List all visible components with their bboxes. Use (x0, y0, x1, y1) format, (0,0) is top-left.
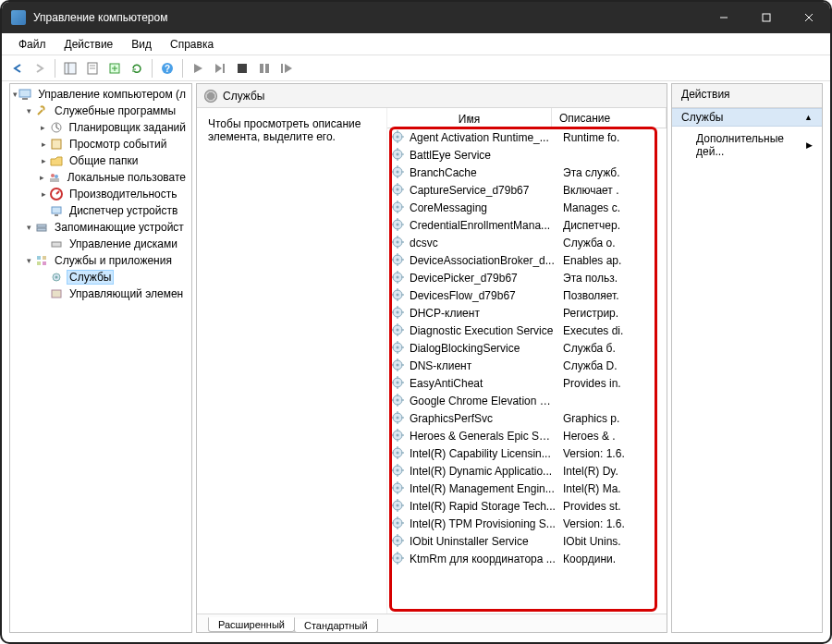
tree-scheduler[interactable]: ▸Планировщик заданий (10, 119, 191, 136)
service-row[interactable]: Intel(R) Management Engin...Intel(R) Ma. (387, 480, 667, 497)
svg-point-158 (397, 486, 399, 489)
actions-more[interactable]: Дополнительные дей... ▶ (672, 127, 822, 164)
column-description[interactable]: Описание (552, 108, 667, 128)
device-icon (49, 203, 64, 218)
service-row[interactable]: DHCP-клиентРегистрир. (387, 304, 667, 322)
expand-icon[interactable]: ▸ (38, 173, 47, 182)
show-hide-tree-button[interactable] (60, 58, 80, 79)
tabs: Расширенный Стандартный (197, 614, 667, 632)
menu-action[interactable]: Действие (55, 38, 123, 51)
collapse-icon[interactable]: ▾ (23, 106, 34, 115)
service-row[interactable]: CoreMessagingManages c. (387, 199, 667, 216)
service-row[interactable]: Google Chrome Elevation S... (387, 392, 667, 409)
tab-standard[interactable]: Стандартный (294, 619, 378, 633)
actions-group[interactable]: Службы ▲ (672, 108, 822, 127)
service-name: GraphicsPerfSvc (410, 412, 556, 425)
service-row[interactable]: Agent Activation Runtime_...Runtime fo. (387, 128, 667, 146)
expand-icon[interactable]: ▸ (38, 123, 49, 132)
service-row[interactable]: DNS-клиентСлужба D. (387, 357, 667, 374)
help-button[interactable]: ? (157, 58, 177, 79)
tree-svcapps[interactable]: ▾Службы и приложения (10, 252, 191, 269)
tree-performance[interactable]: ▸Производительность (10, 186, 191, 202)
expand-icon[interactable]: ▸ (38, 189, 49, 199)
tree-eventviewer[interactable]: ▸Просмотр событий (10, 136, 191, 152)
svg-point-38 (397, 135, 399, 138)
service-row[interactable]: IObit Uninstaller ServiceIObit Unins. (387, 532, 667, 550)
collapse-icon[interactable]: ▾ (23, 223, 34, 232)
tree-localusers[interactable]: ▸Локальные пользовате (10, 169, 191, 186)
service-row[interactable]: Heroes & Generals Epic Ser...Heroes & . (387, 427, 667, 444)
collapse-icon[interactable]: ▾ (23, 256, 34, 265)
expand-icon[interactable]: ▸ (38, 156, 49, 165)
storage-icon (34, 220, 49, 235)
tree-storage[interactable]: ▾Запоминающие устройст (10, 219, 191, 236)
service-row[interactable]: DevicesFlow_d79b67Позволяет. (387, 286, 667, 304)
close-button[interactable] (788, 2, 830, 33)
tree-utilities[interactable]: ▾ Служебные программы (10, 103, 191, 119)
service-row[interactable]: BranchCacheЭта служб. (387, 164, 667, 181)
tree-label: Службы и приложения (53, 254, 174, 267)
tab-extended[interactable]: Расширенный (208, 617, 295, 632)
service-desc: Runtime fo. (556, 131, 667, 144)
service-row[interactable]: Intel(R) Rapid Storage Tech...Provides s… (387, 497, 667, 515)
tree-root[interactable]: ▾ Управление компьютером (л (10, 86, 191, 103)
play-icon (192, 63, 203, 74)
description-column: Чтобы просмотреть описание элемента, выд… (197, 108, 387, 614)
minimize-button[interactable] (703, 2, 745, 33)
service-row[interactable]: KtmRm для координатора ...Координи. (387, 550, 667, 567)
tree-shared[interactable]: ▸Общие папки (10, 152, 191, 169)
arrow-right-icon (33, 62, 46, 75)
step-button[interactable] (210, 58, 230, 79)
export-button[interactable] (104, 58, 125, 79)
properties-button[interactable] (82, 58, 103, 79)
menu-file[interactable]: Файл (9, 38, 55, 51)
stop-button[interactable] (232, 58, 252, 79)
service-row[interactable]: CaptureService_d79b67Включает . (387, 181, 667, 199)
tree-panel[interactable]: ▾ Управление компьютером (л ▾ Служебные … (9, 83, 192, 633)
tree-diskmgmt[interactable]: Управление дисками (10, 236, 191, 252)
service-row[interactable]: Intel(R) TPM Provisioning S...Version: 1… (387, 515, 667, 532)
service-row[interactable]: Intel(R) Dynamic Applicatio...Intel(R) D… (387, 462, 667, 480)
tree-services[interactable]: Службы (10, 269, 191, 286)
gear-icon (391, 464, 406, 479)
gear-icon (391, 358, 406, 373)
tree-devmgr[interactable]: Диспетчер устройств (10, 202, 191, 219)
service-row[interactable]: BattlEye Service (387, 146, 667, 164)
service-row[interactable]: dcsvcСлужба о. (387, 234, 667, 251)
refresh-button[interactable] (127, 58, 147, 79)
pause-button[interactable] (254, 58, 275, 79)
list-rows: Agent Activation Runtime_...Runtime fo.B… (387, 128, 667, 614)
service-row[interactable]: Intel(R) Capability Licensin...Version: … (387, 444, 667, 462)
tree-root-label: Управление компьютером (л (36, 88, 188, 101)
back-button[interactable] (7, 58, 28, 79)
expand-icon[interactable]: ▸ (38, 140, 49, 149)
service-row[interactable]: DeviceAssociationBroker_d...Enables ap. (387, 251, 667, 269)
svg-point-170 (397, 521, 399, 524)
center-header: Службы (197, 84, 667, 108)
service-row[interactable]: DevicePicker_d79b67Эта польз. (387, 269, 667, 286)
maximize-button[interactable] (745, 2, 788, 33)
service-row[interactable]: EasyAntiCheatProvides in. (387, 374, 667, 392)
service-row[interactable]: GraphicsPerfSvcGraphics p. (387, 409, 667, 427)
service-row[interactable]: Diagnostic Execution ServiceExecutes di. (387, 322, 667, 339)
perf-icon (49, 187, 64, 201)
menubar: Файл Действие Вид Справка (2, 33, 830, 55)
tree-label: Планировщик заданий (67, 121, 188, 134)
service-row[interactable]: CredentialEnrollmentMana...Диспетчер. (387, 216, 667, 234)
help-icon: ? (161, 62, 174, 75)
menu-help[interactable]: Справка (161, 38, 223, 51)
forward-button[interactable] (30, 58, 50, 79)
service-desc: Version: 1.6. (556, 517, 667, 530)
start-button[interactable] (188, 58, 208, 79)
restart-button[interactable] (276, 58, 297, 79)
svg-rect-36 (52, 290, 61, 298)
menu-view[interactable]: Вид (122, 38, 161, 51)
tree-wmi[interactable]: Управляющий элемен (10, 286, 191, 302)
column-name[interactable]: ∧Имя (387, 108, 552, 128)
service-list[interactable]: ∧Имя Описание Agent Activation Runtime_.… (387, 108, 667, 614)
svg-point-92 (397, 293, 399, 296)
svg-point-21 (51, 174, 55, 177)
service-desc: Intel(R) Dy. (556, 465, 667, 478)
svg-rect-1 (763, 14, 770, 21)
service-row[interactable]: DialogBlockingServiceСлужба б. (387, 339, 667, 357)
